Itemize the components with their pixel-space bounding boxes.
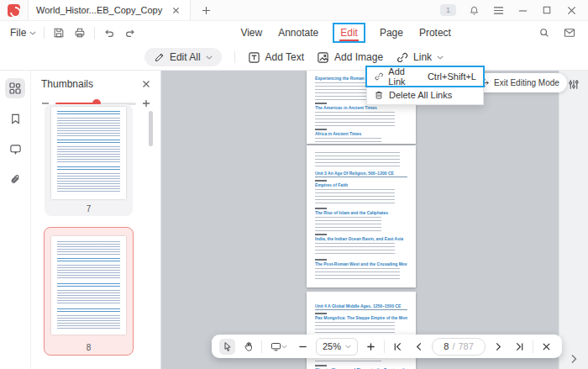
select-tool-button[interactable]: [219, 339, 235, 355]
tab-close-icon[interactable]: [169, 3, 182, 17]
right-side-strip: [559, 71, 588, 369]
panel-close-icon[interactable]: [142, 80, 150, 88]
scroll-right-button[interactable]: [570, 354, 577, 364]
properties-adjust-button[interactable]: [568, 78, 580, 91]
attachments-panel-button[interactable]: [5, 169, 25, 189]
window-maximize-icon[interactable]: [540, 3, 554, 17]
bookmarks-panel-button[interactable]: [5, 108, 25, 129]
pencil-icon: [154, 52, 165, 63]
add-link-label: Add Link: [388, 66, 423, 87]
file-menu[interactable]: File: [10, 27, 36, 39]
text-line-block: [57, 315, 120, 330]
zoom-in-icon[interactable]: [142, 99, 150, 108]
zoom-in-button[interactable]: [363, 339, 379, 355]
text-line-block: [315, 189, 395, 205]
menu-annotate[interactable]: Annotate: [278, 27, 318, 39]
document-tab[interactable]: World_Histor...EB_Copy_Copy: [28, 0, 191, 20]
link-label: Link: [413, 51, 432, 63]
document-view[interactable]: Experiencing the Roman Empire The Americ…: [161, 71, 559, 369]
chapter-tag: [315, 180, 327, 182]
text-line-block: [315, 268, 400, 282]
notification-badge[interactable]: 1: [440, 4, 456, 16]
plus-icon: [366, 342, 375, 351]
chevron-left-icon: [415, 342, 423, 351]
menu-view[interactable]: View: [240, 27, 262, 39]
monitor-icon: [270, 342, 281, 351]
previous-page-button[interactable]: [411, 339, 427, 355]
text-line-block: [315, 138, 381, 144]
new-tab-button[interactable]: [199, 3, 213, 17]
chevron-down-icon: [29, 31, 36, 35]
undo-icon[interactable]: [102, 26, 116, 40]
print-icon[interactable]: [73, 26, 87, 40]
thumbnail-page-number: 8: [45, 343, 133, 352]
text-line-block: [57, 258, 120, 261]
hand-tool-button[interactable]: [240, 339, 256, 355]
divider: [261, 340, 262, 353]
chapter-tag: [315, 208, 327, 209]
chevron-down-icon: [206, 55, 213, 60]
thumbnail-page-8-selected[interactable]: 8: [44, 227, 134, 356]
save-icon[interactable]: [52, 26, 66, 40]
close-toolbar-button[interactable]: [538, 339, 554, 355]
hamburger-menu-icon[interactable]: [491, 3, 505, 17]
menu-item-delete-all-links[interactable]: Delete All Links: [367, 86, 483, 104]
add-text-label: Add Text: [265, 51, 304, 63]
text-line-block: [57, 265, 120, 280]
thumbnail-page-7[interactable]: 7: [45, 104, 133, 216]
text-line-block: [315, 217, 381, 231]
divider: [533, 340, 533, 353]
delete-all-links-label: Delete All Links: [389, 90, 452, 100]
page-view-mode-button[interactable]: [267, 339, 290, 355]
window-controls: 1: [440, 3, 578, 17]
menu-bar: File View Annotate Edit Page Protect: [0, 21, 588, 45]
sliders-icon: [568, 78, 580, 91]
divider: [94, 27, 95, 39]
zoom-out-button[interactable]: [295, 339, 311, 355]
menu-page[interactable]: Page: [380, 27, 403, 39]
window-minimize-icon[interactable]: [516, 3, 529, 17]
thumbnails-scrollbar[interactable]: [149, 111, 153, 146]
thumbnail-page-8-preview: [51, 236, 126, 335]
exit-editing-mode-button[interactable]: Exit Editing Mode: [473, 73, 567, 92]
toc-heading: The Rise of Islam and the Caliphates: [315, 210, 407, 215]
bell-icon[interactable]: [467, 3, 480, 17]
next-page-button[interactable]: [491, 339, 507, 355]
menu-protect[interactable]: Protect: [419, 27, 451, 39]
content-area: Thumbnails 7: [0, 71, 588, 369]
chevron-right-icon: [495, 342, 502, 351]
chevron-down-icon: [437, 55, 444, 60]
paperclip-icon: [9, 173, 22, 186]
first-page-button[interactable]: [390, 339, 406, 355]
text-line-block: [315, 243, 395, 256]
chapter-tag: [315, 234, 327, 235]
redo-icon[interactable]: [123, 26, 137, 40]
toc-unit-heading: Unit 4 A Global Middle Ages, 1250–1500 C…: [315, 303, 407, 310]
app-logo-icon[interactable]: [8, 4, 20, 17]
tab-bar: World_Histor...EB_Copy_Copy 1: [0, 0, 588, 21]
page-number-input[interactable]: 8 / 787: [432, 338, 486, 356]
toc-heading: Empires of Faith: [315, 182, 407, 187]
text-line-block: [57, 290, 120, 305]
add-image-button[interactable]: Add Image: [317, 51, 383, 64]
text-line-block: [57, 283, 120, 287]
link-button[interactable]: Link: [396, 51, 444, 64]
add-text-button[interactable]: Add Text: [248, 51, 304, 64]
comments-panel-button[interactable]: [5, 139, 25, 159]
zoom-level-select[interactable]: 25%: [316, 338, 358, 356]
divider: [234, 51, 235, 63]
tab-title: World_Histor...EB_Copy_Copy: [36, 5, 162, 15]
thumbnails-panel-button[interactable]: [5, 78, 25, 98]
text-line-block: [57, 111, 120, 114]
page-separator: /: [452, 341, 454, 351]
last-page-button[interactable]: [512, 339, 528, 355]
view-navigation-toolbar: 25% 8 / 787: [212, 335, 562, 358]
chapter-tag: [315, 365, 327, 366]
menu-item-add-link[interactable]: Add Link Ctrl+Shift+L: [367, 67, 483, 86]
window-close-icon[interactable]: [564, 3, 578, 17]
menu-edit[interactable]: Edit: [334, 24, 364, 41]
pdf-editor-window: World_Histor...EB_Copy_Copy 1: [0, 0, 588, 369]
mail-icon[interactable]: [563, 26, 576, 40]
add-text-icon: [248, 51, 260, 64]
edit-all-button[interactable]: Edit All: [144, 48, 222, 66]
